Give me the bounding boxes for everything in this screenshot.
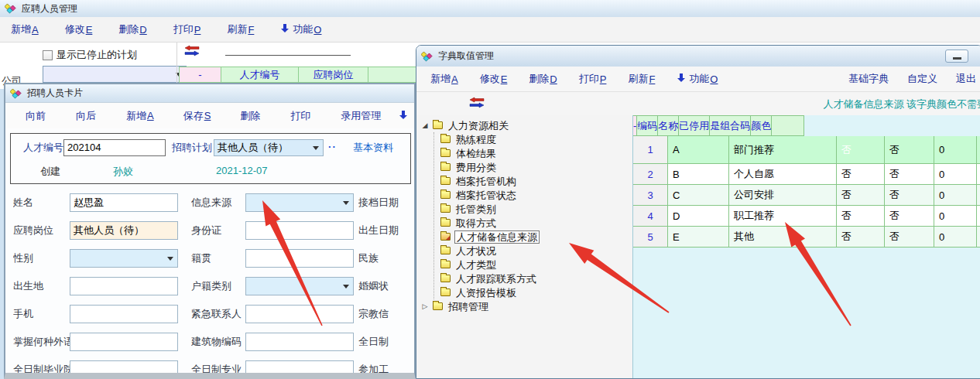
menu-item[interactable]: 功能O xyxy=(677,72,718,86)
tree-node[interactable]: 档案托管状态 xyxy=(440,188,632,202)
name-cell[interactable]: 公司安排 xyxy=(729,185,837,206)
created-by-value: 孙姣 xyxy=(113,165,133,179)
tree-node[interactable]: 人才跟踪联系方式 xyxy=(440,271,632,285)
name-cell[interactable]: 其他 xyxy=(729,227,837,248)
form-field[interactable] xyxy=(245,221,354,240)
form-field[interactable] xyxy=(245,277,354,295)
swap-columns-icon[interactable] xyxy=(184,45,200,59)
form-field[interactable] xyxy=(70,333,178,351)
tree-node[interactable]: 档案托管机构 xyxy=(440,174,632,188)
show-stopped-plans-option[interactable]: 显示已停止的计划 xyxy=(43,48,137,62)
menu-item[interactable]: 保存S xyxy=(183,109,211,123)
combo-cell[interactable]: 否 xyxy=(885,206,934,227)
minimize-button[interactable] xyxy=(945,50,968,63)
tree-node[interactable]: 熟练程度 xyxy=(440,132,632,146)
menu-item[interactable]: 刷新F xyxy=(227,22,254,36)
name-cell[interactable]: 部门推荐 xyxy=(729,136,837,164)
color-cell[interactable]: 0 xyxy=(934,185,977,206)
table-row[interactable]: 2 B 个人自愿 否 否 0 xyxy=(633,164,980,185)
color-cell[interactable]: 0 xyxy=(934,164,977,185)
form-field[interactable] xyxy=(70,249,178,268)
menu-item[interactable]: 自定义 xyxy=(907,72,937,86)
quick-search-underline-field[interactable] xyxy=(225,55,351,56)
form-field[interactable] xyxy=(70,305,178,323)
chevron-down-icon[interactable] xyxy=(343,285,349,289)
combo-cell[interactable]: 否 xyxy=(885,185,934,206)
window-dictionary-values: 字典取值管理 新增A 修改E 删除D 打印P 刷新F 功能O 基础字典 自定义 … xyxy=(416,45,980,379)
chevron-down-icon[interactable] xyxy=(313,146,319,150)
blue-down-arrow-icon[interactable] xyxy=(399,110,408,122)
menu-item[interactable]: 新增A xyxy=(11,22,39,36)
menu-item[interactable]: 录用管理 xyxy=(341,109,382,123)
table-row[interactable]: 4 D 职工推荐 否 否 0 xyxy=(633,206,980,227)
form-field[interactable] xyxy=(70,360,178,379)
checkbox-icon[interactable] xyxy=(43,50,53,60)
tree-node[interactable]: 人资报告模板 xyxy=(440,285,632,299)
form-field[interactable]: 其他人员（待） xyxy=(70,221,178,240)
color-cell[interactable]: 0 xyxy=(934,227,977,248)
stopped-cell[interactable]: 否 xyxy=(837,136,885,164)
menu-item[interactable]: 向后 xyxy=(76,109,97,123)
table-row[interactable]: 5 E 其他 否 否 0 xyxy=(633,227,980,248)
collapsed-arrow-icon[interactable]: ▷ xyxy=(421,302,429,310)
tree-node[interactable]: 托管类别 xyxy=(440,202,632,216)
menu-item[interactable]: 修改E xyxy=(480,72,508,86)
tree-node-root[interactable]: ◢ 人力资源相关 xyxy=(421,118,632,132)
combo-cell[interactable]: 否 xyxy=(885,136,934,164)
color-cell[interactable]: 0 xyxy=(934,136,977,164)
combo-cell[interactable]: 否 xyxy=(885,227,934,248)
menu-item[interactable]: 打印P xyxy=(173,22,201,36)
code-cell[interactable]: A xyxy=(668,136,729,164)
form-field[interactable]: 赵思盈 xyxy=(70,193,178,212)
form-field[interactable] xyxy=(245,360,354,379)
stopped-cell[interactable]: 否 xyxy=(837,227,885,248)
color-cell[interactable]: 0 xyxy=(934,206,977,227)
menu-item[interactable]: 删除D xyxy=(529,72,557,86)
menu-item[interactable]: 修改E xyxy=(65,22,93,36)
form-field[interactable] xyxy=(245,333,354,351)
expanded-arrow-icon[interactable]: ◢ xyxy=(421,121,429,129)
table-row[interactable]: 3 C 公司安排 否 否 0 xyxy=(633,185,980,206)
table-row[interactable]: 1 A 部门推荐 否 否 0 xyxy=(633,136,980,164)
stopped-cell[interactable]: 否 xyxy=(837,185,885,206)
more-button[interactable]: .. xyxy=(328,138,337,150)
plan-select[interactable] xyxy=(43,66,187,83)
form-field[interactable] xyxy=(245,305,354,323)
chevron-down-icon[interactable] xyxy=(343,201,349,205)
tree-node-root[interactable]: ▷ 招聘管理 xyxy=(421,299,632,313)
code-cell[interactable]: C xyxy=(668,185,729,206)
swap-columns-icon[interactable] xyxy=(469,97,485,111)
menu-item[interactable]: 刷新F xyxy=(628,72,655,86)
talent-id-input[interactable]: 202104 xyxy=(63,139,166,156)
code-cell[interactable]: E xyxy=(668,227,729,248)
recruit-plan-select[interactable]: 其他人员（待） xyxy=(214,139,324,156)
combo-cell[interactable]: 否 xyxy=(885,164,934,185)
tree-node[interactable]: 人才状况 xyxy=(440,244,632,258)
code-cell[interactable]: D xyxy=(668,206,729,227)
menu-item[interactable]: 打印 xyxy=(290,109,311,123)
menu-item[interactable]: 新增A xyxy=(126,109,154,123)
menu-item[interactable]: 删除 xyxy=(240,109,261,123)
form-field[interactable] xyxy=(245,249,354,268)
menu-item[interactable]: 打印P xyxy=(579,72,607,86)
tree-node[interactable]: 体检结果 xyxy=(440,146,632,160)
tree-node[interactable]: 费用分类 xyxy=(440,160,632,174)
tree-node[interactable]: 取得方式 xyxy=(440,216,632,230)
menu-item[interactable]: 功能O xyxy=(280,22,321,36)
name-cell[interactable]: 个人自愿 xyxy=(729,164,837,185)
name-cell[interactable]: 职工推荐 xyxy=(729,206,837,227)
form-field[interactable] xyxy=(245,193,354,212)
stopped-cell[interactable]: 否 xyxy=(837,164,885,185)
tree-node[interactable]: 人才储备信息来源 xyxy=(440,230,632,244)
form-field[interactable] xyxy=(70,277,178,295)
stopped-cell[interactable]: 否 xyxy=(837,206,885,227)
menu-item[interactable]: 退出 xyxy=(956,72,976,86)
menu-item[interactable]: 基础字典 xyxy=(848,72,889,86)
basic-info-link[interactable]: 基本资料 xyxy=(353,139,393,156)
menu-item[interactable]: 向前 xyxy=(26,109,46,123)
tree-node[interactable]: 人才类型 xyxy=(440,258,632,271)
menu-item[interactable]: 新增A xyxy=(430,72,458,86)
chevron-down-icon[interactable] xyxy=(167,257,173,261)
code-cell[interactable]: B xyxy=(668,164,729,185)
menu-item[interactable]: 删除D xyxy=(118,22,146,36)
